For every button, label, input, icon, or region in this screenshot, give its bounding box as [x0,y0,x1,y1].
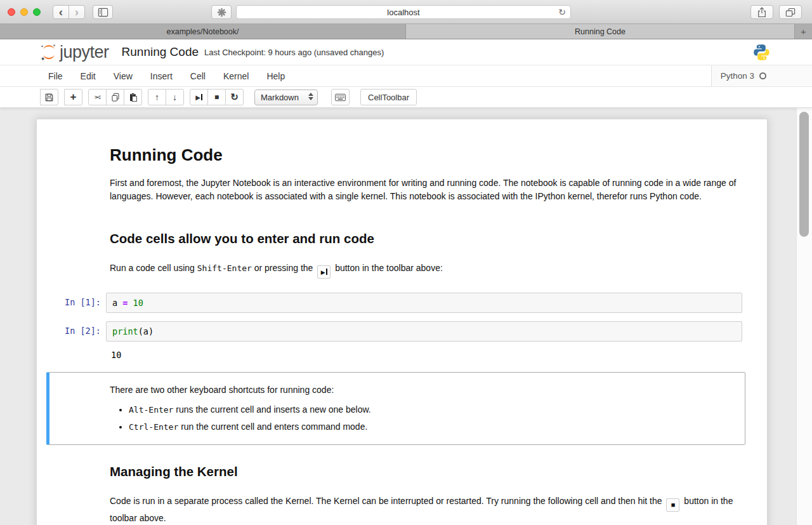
kernel-paragraph: Code is run in a separate process called… [110,495,742,525]
extension-gear-icon [217,8,226,17]
forward-button[interactable]: › [69,5,85,19]
command-palette-button[interactable] [331,89,350,105]
move-cell-down-button[interactable]: ↓ [166,89,184,105]
run-icon: ▶ [195,94,202,101]
input-prompt: In [2]: [46,321,106,342]
extension-button[interactable] [211,5,232,19]
tab-examples-notebook[interactable]: examples/Notebook/ [0,24,406,39]
window-controls [8,8,41,16]
tab-overview-icon [785,8,796,17]
kernel-idle-icon [759,72,766,79]
python-logo [753,44,770,61]
interrupt-kernel-button[interactable]: ■ [207,89,226,105]
shortcuts-intro: There are two other keyboard shortcuts f… [110,383,732,397]
page-area: Running Code First and foremost, the Jup… [0,108,812,525]
nav-buttons: ‹ › [53,5,85,19]
notebook-header: jupyter Running Code Last Checkpoint: 9 … [0,39,812,65]
notebook-toolbar: + ✂ ↑ ↓ ▶ ■ ↻ Markdown [0,87,812,108]
cell-type-value: Markdown [261,93,299,102]
notebook-page: Running Code First and foremost, the Jup… [36,119,768,525]
restart-icon: ↻ [230,91,239,103]
back-icon: ‹ [59,6,63,18]
share-button[interactable] [750,5,773,19]
tab-bar: examples/Notebook/ Running Code + [0,24,812,39]
menu-cell[interactable]: Cell [181,65,214,86]
run-instructions-paragraph: Run a code cell using Shift-Enter or pre… [110,262,742,279]
reload-icon[interactable]: ↻ [558,7,566,17]
tab-running-code[interactable]: Running Code [406,24,795,39]
menu-help[interactable]: Help [258,65,294,86]
shift-enter-code: Shift-Enter [197,263,252,273]
code-cell-1: In [1]: a = 10 [46,293,756,313]
scrollbar-thumb[interactable] [799,112,809,237]
shortcut-item-ctrl-enter: Ctrl-Enter run the current cell and ente… [129,420,732,434]
code-input-2[interactable]: print(a) [106,321,742,342]
intro-paragraph: First and foremost, the Jupyter Notebook… [110,176,742,203]
kernel-name: Python 3 [721,71,754,81]
new-tab-button[interactable]: + [795,24,812,39]
code-cell-2: In [2]: print(a) [46,321,756,342]
tab-title: examples/Notebook/ [167,27,239,36]
paste-icon [129,93,138,102]
arrow-up-icon: ↑ [155,92,159,102]
heading-running-code: Running Code [110,145,742,165]
heading-managing-kernel: Managing the Kernel [110,464,742,479]
checkpoint-status: Last Checkpoint: 9 hours ago (unsaved ch… [204,48,384,57]
insert-cell-below-button[interactable]: + [64,89,82,105]
kernel-indicator: Python 3 [711,65,812,86]
celltoolbar-label: CellToolbar [368,93,409,102]
arrow-down-icon: ↓ [173,92,177,102]
keyboard-icon [335,93,346,102]
jupyter-logo-text: jupyter [60,44,109,61]
forward-icon: › [75,6,79,18]
menu-file[interactable]: File [39,65,72,86]
browser-window: ‹ › localhost ↻ examp [0,0,812,525]
jupyter-logo-icon [41,43,57,61]
run-button-inline-icon: ▶ [317,265,331,279]
run-cell-button[interactable]: ▶ [190,89,208,105]
heading-code-cells: Code cells allow you to enter and run co… [110,231,742,246]
stop-icon: ■ [214,93,219,101]
menu-view[interactable]: View [105,65,141,86]
shortcut-item-alt-enter: Alt-Enter runs the current cell and inse… [129,403,732,416]
minimize-window-button[interactable] [20,8,28,16]
select-stepper-icon [308,93,313,100]
sidebar-button[interactable] [93,5,113,19]
copy-cells-button[interactable] [106,89,124,105]
menu-bar: File Edit View Insert Cell Kernel Help P… [0,65,812,87]
scrollbar-track[interactable] [796,108,812,525]
plus-icon: + [70,92,77,102]
sidebar-icon [98,8,108,17]
share-icon [757,7,766,18]
celltoolbar-button[interactable]: CellToolbar [360,89,417,105]
scissors-icon: ✂ [94,93,101,102]
browser-toolbar: ‹ › localhost ↻ [0,0,812,24]
save-button[interactable] [40,89,58,105]
notebook-title[interactable]: Running Code [122,45,199,59]
back-button[interactable]: ‹ [53,5,69,19]
output-cell-2: 10 [46,350,756,360]
selected-markdown-cell[interactable]: There are two other keyboard shortcuts f… [46,372,745,445]
url-field[interactable]: localhost ↻ [236,5,571,19]
markdown-cell-kernel[interactable]: Managing the Kernel Code is run in a sep… [46,464,756,525]
cut-cells-button[interactable]: ✂ [88,89,107,105]
code-input-1[interactable]: a = 10 [106,293,742,313]
markdown-cell-intro[interactable]: Running Code First and foremost, the Jup… [46,145,756,279]
jupyter-logo[interactable]: jupyter [41,43,109,61]
stop-button-inline-icon: ■ [666,498,679,512]
plus-icon: + [801,26,806,37]
menu-edit[interactable]: Edit [72,65,105,86]
cell-type-select[interactable]: Markdown [254,90,318,105]
menu-insert[interactable]: Insert [141,65,181,86]
url-text: localhost [387,8,419,17]
copy-icon [111,93,120,102]
close-window-button[interactable] [8,8,15,16]
tab-title: Running Code [575,27,625,36]
menu-kernel[interactable]: Kernel [214,65,258,86]
input-prompt: In [1]: [46,293,106,313]
tab-overview-button[interactable] [779,5,802,19]
paste-cells-button[interactable] [124,89,142,105]
restart-kernel-button[interactable]: ↻ [225,89,244,105]
zoom-window-button[interactable] [33,8,41,16]
move-cell-up-button[interactable]: ↑ [148,89,166,105]
